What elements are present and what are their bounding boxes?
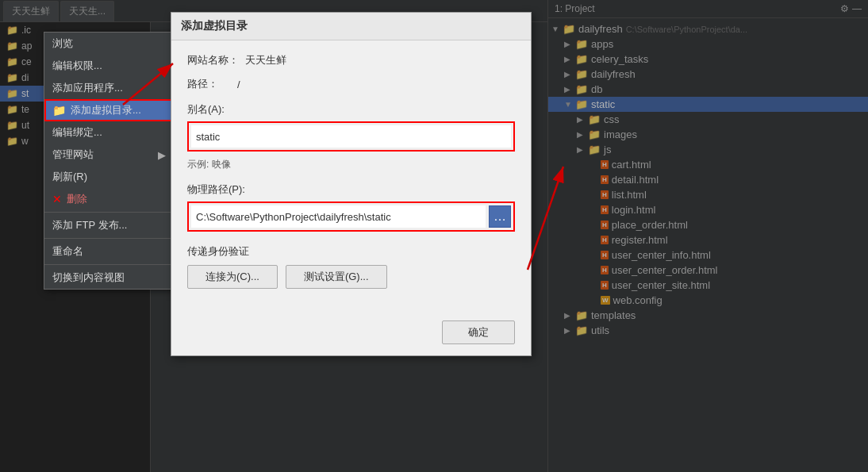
alias-label: 别名(A): [187,102,515,117]
menu-browse[interactable]: 浏览 [44,33,174,55]
add-virtual-dir-dialog: 添加虚拟目录 网站名称： 天天生鲜 路径： / 别名(A): 示例: 映像 物理… [171,12,532,356]
delete-icon: ✕ [52,193,62,205]
website-value: 天天生鲜 [245,53,286,67]
path-label: 路径： [187,77,231,91]
dialog-title: 添加虚拟目录 [171,13,531,40]
auth-section-title: 传递身份验证 [187,244,515,259]
menu-switch-view[interactable]: 切换到内容视图 [44,267,174,289]
menu-refresh[interactable]: 刷新(R) [44,166,174,188]
menu-add-virtual-dir[interactable]: 📁 添加虚拟目录... [44,99,174,121]
path-value: / [237,79,240,90]
menu-rename[interactable]: 重命名 [44,240,174,263]
alias-hint: 示例: 映像 [187,158,515,171]
website-row: 网站名称： 天天生鲜 [187,53,515,67]
connect-as-btn[interactable]: 连接为(C)... [187,265,278,289]
physical-path-label: 物理路径(P): [187,182,515,197]
confirm-btn[interactable]: 确定 [442,320,515,344]
path-row: 路径： / [187,77,515,91]
website-label: 网站名称： [187,53,239,67]
test-settings-btn[interactable]: 测试设置(G)... [286,265,387,289]
auth-buttons: 连接为(C)... 测试设置(G)... [187,265,515,289]
dialog-body: 网站名称： 天天生鲜 路径： / 别名(A): 示例: 映像 物理路径(P): … [171,40,531,314]
menu-delete[interactable]: ✕ 删除 [44,188,174,210]
menu-separator-1 [44,212,174,213]
submenu-arrow: ▶ [158,149,166,161]
menu-edit-binding[interactable]: 编辑绑定... [44,121,174,144]
dialog-footer: 确定 [171,314,531,355]
folder-icon-menu: 📁 [52,104,66,117]
physical-path-input[interactable] [191,205,486,228]
menu-separator-2 [44,238,174,239]
menu-manage-site[interactable]: 管理网站 ▶ [44,144,174,166]
physical-path-section: 物理路径(P): … [187,182,515,232]
menu-separator-3 [44,264,174,265]
menu-add-ftp[interactable]: 添加 FTP 发布... [44,214,174,236]
menu-add-app[interactable]: 添加应用程序... [44,77,174,99]
browse-physical-btn[interactable]: … [489,205,511,228]
alias-input[interactable] [191,125,511,148]
menu-edit-perms[interactable]: 编辑权限... [44,55,174,77]
alias-section: 别名(A): [187,102,515,152]
context-menu: 浏览 编辑权限... 添加应用程序... 📁 添加虚拟目录... 编辑绑定...… [44,32,175,290]
